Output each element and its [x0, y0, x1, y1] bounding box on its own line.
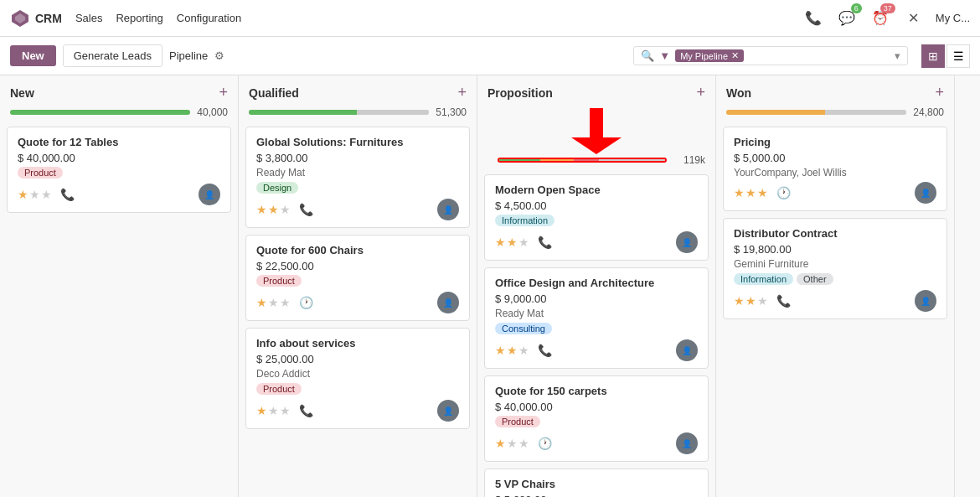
clock-icon[interactable]: 🕐	[299, 296, 313, 309]
star-empty: ★	[280, 404, 291, 417]
kanban-card[interactable]: Quote for 150 carpets$ 40,000.00Product★…	[484, 375, 709, 462]
star-empty: ★	[29, 188, 40, 201]
col-add-new[interactable]: +	[219, 84, 228, 101]
card-title: Global Solutions: Furnitures	[256, 136, 459, 148]
chat-icon-btn[interactable]: 💬 6	[835, 7, 859, 30]
card-company: Ready Mat	[495, 308, 698, 319]
star-rating: ★★★	[734, 186, 768, 199]
card-footer: ★★★📞👤	[18, 184, 220, 205]
star-filled: ★	[256, 404, 267, 417]
phone-icon[interactable]: 📞	[299, 203, 313, 216]
star-filled: ★	[268, 203, 279, 216]
clock-icon-btn[interactable]: ⏰ 37	[869, 7, 892, 30]
my-pipeline-filter-tag[interactable]: My Pipeline ✕	[675, 49, 744, 62]
card-tag[interactable]: Other	[797, 273, 833, 285]
nav-configuration[interactable]: Configuration	[177, 12, 241, 24]
col-header-qualified: Qualified +	[239, 75, 477, 106]
progress-container-won: 24,800	[716, 106, 954, 122]
card-tag[interactable]: Product	[256, 275, 302, 287]
card-tag[interactable]: Information	[495, 215, 554, 226]
phone-icon[interactable]: 📞	[776, 294, 791, 308]
kanban-view-button[interactable]: ⊞	[921, 44, 945, 68]
card-footer: ★★★🕐👤	[734, 182, 936, 204]
search-dropdown-icon[interactable]: ▾	[895, 49, 900, 62]
star-filled: ★	[256, 296, 267, 309]
progress-container-new: 40,000	[0, 106, 238, 122]
search-input[interactable]	[749, 49, 890, 62]
kanban-card[interactable]: Quote for 600 Chairs$ 22,500.00Product★★…	[245, 235, 470, 321]
card-tag[interactable]: Information	[734, 273, 793, 285]
kanban-card[interactable]: Quote for 12 Tables$ 40,000.00Product★★★…	[7, 127, 231, 213]
card-tag[interactable]: Product	[18, 167, 63, 179]
clock-icon[interactable]: 🕐	[538, 437, 552, 450]
star-empty: ★	[518, 236, 529, 249]
arrow-annotation	[477, 106, 715, 154]
card-tag[interactable]: Design	[256, 182, 298, 194]
clock-icon[interactable]: 🕐	[776, 186, 791, 199]
nav-sales[interactable]: Sales	[75, 12, 103, 24]
col-add-proposition[interactable]: +	[696, 84, 705, 101]
avatar: 👤	[676, 231, 698, 253]
phone-icon[interactable]: 📞	[60, 188, 75, 201]
avatar: 👤	[199, 184, 220, 205]
filter-tag-close-icon[interactable]: ✕	[731, 50, 739, 61]
kanban-card[interactable]: 5 VP Chairs$ 5,600.00Azure InteriorServi…	[484, 469, 709, 497]
new-button[interactable]: New	[10, 45, 56, 66]
star-filled: ★	[495, 236, 506, 249]
card-footer: ★★★🕐👤	[256, 292, 459, 313]
phone-icon-btn[interactable]: 📞	[802, 7, 825, 30]
generate-leads-button[interactable]: Generate Leads	[63, 44, 162, 67]
kanban-card[interactable]: Modern Open Space$ 4,500.00Information★★…	[484, 174, 709, 261]
nav-reporting[interactable]: Reporting	[116, 12, 162, 24]
col-title-proposition: Proposition	[487, 86, 691, 100]
col-add-qualified[interactable]: +	[457, 84, 467, 101]
my-profile[interactable]: My C...	[936, 12, 970, 24]
star-empty: ★	[280, 203, 291, 216]
card-tags: Product	[256, 383, 459, 395]
col-amount-won: 24,800	[913, 106, 944, 118]
cards-container-new: Quote for 12 Tables$ 40,000.00Product★★★…	[0, 122, 238, 497]
card-tags: InformationOther	[734, 273, 936, 285]
card-tags: Information	[495, 215, 698, 226]
col-add-won[interactable]: +	[935, 84, 944, 101]
star-empty: ★	[268, 404, 279, 417]
list-view-button[interactable]: ☰	[946, 44, 970, 68]
phone-icon[interactable]: 📞	[538, 236, 552, 249]
card-title: Quote for 150 carpets	[495, 385, 698, 397]
card-tag[interactable]: Consulting	[495, 323, 552, 334]
avatar: 👤	[676, 432, 698, 454]
card-amount: $ 4,500.00	[495, 199, 698, 212]
card-footer: ★★★📞👤	[495, 231, 698, 253]
kanban-card[interactable]: Info about services$ 25,000.00Deco Addic…	[245, 328, 470, 429]
star-filled: ★	[495, 437, 506, 450]
avatar: 👤	[676, 339, 698, 361]
kanban-card[interactable]: Global Solutions: Furnitures$ 3,800.00Re…	[245, 127, 470, 228]
progress-container-qualified: 51,300	[239, 106, 477, 122]
card-tag[interactable]: Product	[495, 416, 540, 427]
progress-track-qualified	[249, 110, 429, 115]
card-company: YourCompany, Joel Willis	[734, 167, 936, 179]
kanban-card[interactable]: Distributor Contract$ 19,800.00Gemini Fu…	[723, 218, 947, 319]
pipeline-gear-icon[interactable]: ⚙	[214, 49, 224, 62]
card-amount: $ 5,000.00	[734, 152, 936, 164]
nav-logo[interactable]: CRM	[10, 8, 62, 28]
star-filled: ★	[507, 236, 518, 249]
card-tag[interactable]: Product	[256, 383, 302, 395]
progress-segment	[574, 159, 599, 161]
kanban-card[interactable]: Office Design and Architecture$ 9,000.00…	[484, 267, 709, 369]
star-filled: ★	[745, 186, 756, 199]
phone-icon[interactable]: 📞	[299, 404, 313, 417]
col-title-new: New	[10, 86, 214, 100]
phone-icon[interactable]: 📞	[538, 344, 552, 357]
close-icon-btn[interactable]: ✕	[902, 7, 926, 30]
card-footer: ★★★📞👤	[734, 290, 936, 312]
kanban-board: New + 40,000Quote for 12 Tables$ 40,000.…	[0, 75, 980, 497]
kanban-col-proposition: Proposition + 119kModern Open Space$ 4,5…	[477, 75, 716, 497]
top-nav: CRM Sales Reporting Configuration 📞 💬 6 …	[0, 0, 980, 37]
kanban-card[interactable]: Pricing$ 5,000.00YourCompany, Joel Willi…	[723, 127, 947, 211]
card-tags: Design	[256, 182, 459, 194]
filter-icon: ▼	[659, 49, 670, 62]
kanban-col-qualified: Qualified + 51,300Global Solutions: Furn…	[239, 75, 477, 497]
kanban-col-won: Won + 24,800Pricing$ 5,000.00YourCompany…	[716, 75, 955, 497]
search-bar: 🔍 ▼ My Pipeline ✕ ▾	[633, 46, 908, 65]
